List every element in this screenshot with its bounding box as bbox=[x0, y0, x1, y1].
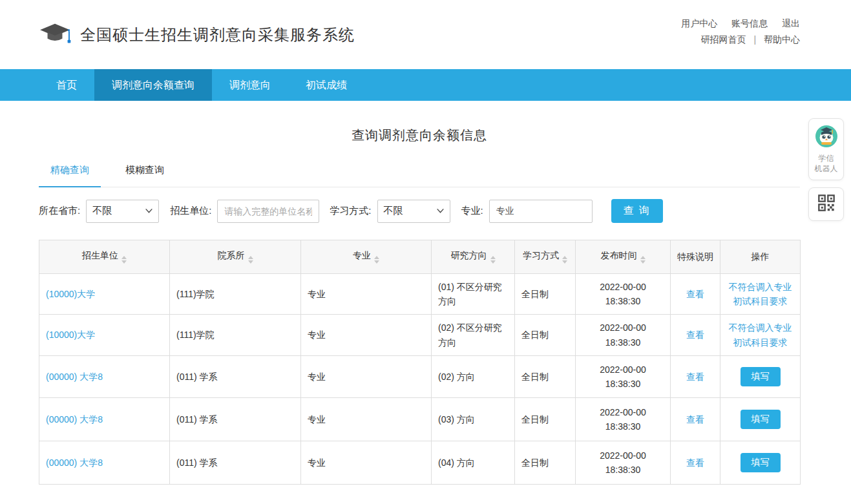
publish-time-cell: 2022-00-00 18:38:30 bbox=[576, 274, 671, 315]
publish-time-cell: 2022-00-00 18:38:30 bbox=[576, 398, 671, 441]
sort-icon[interactable] bbox=[562, 256, 567, 264]
xuexin-robot-avatar-icon bbox=[815, 125, 838, 151]
table-row: (10000)大学 (111)学院 专业 (01) 不区分研究方向 全日制 20… bbox=[39, 274, 801, 315]
table-row: (00000) 大学8 (011) 学系 专业 (03) 方向 全日制 2022… bbox=[39, 398, 801, 441]
department-cell: (011) 学系 bbox=[170, 356, 301, 398]
major-cell: 专业 bbox=[301, 356, 432, 398]
table-row: (00000) 大学8 (011) 学系 专业 (04) 方向 全日制 2022… bbox=[39, 441, 801, 485]
col-header-action: 操作 bbox=[720, 240, 801, 274]
link-help-center[interactable]: 帮助中心 bbox=[764, 34, 800, 45]
filter-bar: 所在省市: 不限 招生单位: 学习方式: 不限 专业: 查 询 bbox=[39, 199, 800, 223]
not-eligible-notice: 不符合调入专业初试科目要求 bbox=[727, 280, 793, 309]
study-mode-cell: 全日制 bbox=[515, 398, 576, 441]
link-logout[interactable]: 退出 bbox=[782, 18, 800, 28]
chevron-down-icon bbox=[437, 209, 444, 213]
top-header: 全国硕士生招生调剂意向采集服务系统 用户中心 账号信息 退出 研招网首页 | 帮… bbox=[0, 0, 851, 69]
fill-button[interactable]: 填写 bbox=[741, 367, 781, 386]
study-mode-cell: 全日制 bbox=[515, 356, 576, 398]
robot-widget-label: 学信 机器人 bbox=[815, 153, 838, 174]
link-user-center[interactable]: 用户中心 bbox=[681, 18, 717, 28]
nav-item-home[interactable]: 首页 bbox=[39, 69, 94, 101]
tab-exact-query[interactable]: 精确查询 bbox=[39, 164, 101, 187]
unit-link[interactable]: (00000) 大学8 bbox=[46, 372, 103, 382]
major-input[interactable] bbox=[489, 200, 593, 223]
study-mode-cell: 全日制 bbox=[515, 441, 576, 485]
col-header-major: 专业 bbox=[301, 240, 432, 274]
col-header-direction: 研究方向 bbox=[432, 240, 515, 274]
view-link[interactable]: 查看 bbox=[686, 330, 704, 340]
sort-icon[interactable] bbox=[121, 256, 127, 264]
table-row: (00000) 大学8 (011) 学系 专业 (02) 方向 全日制 2022… bbox=[39, 356, 801, 398]
qrcode-widget[interactable] bbox=[808, 187, 844, 221]
department-cell: (111)学院 bbox=[170, 274, 301, 315]
sort-icon[interactable] bbox=[248, 256, 253, 264]
direction-cell: (03) 方向 bbox=[432, 398, 515, 441]
unit-label: 招生单位: bbox=[170, 205, 211, 217]
query-tabs: 精确查询 模糊查询 bbox=[39, 164, 800, 187]
unit-link[interactable]: (00000) 大学8 bbox=[46, 414, 103, 425]
col-header-department: 院系所 bbox=[170, 240, 301, 274]
col-header-unit: 招生单位 bbox=[39, 240, 170, 274]
province-select-value: 不限 bbox=[92, 205, 112, 217]
province-label: 所在省市: bbox=[39, 205, 80, 217]
view-link[interactable]: 查看 bbox=[686, 372, 704, 382]
direction-cell: (02) 不区分研究方向 bbox=[432, 315, 515, 356]
direction-cell: (01) 不区分研究方向 bbox=[432, 274, 515, 315]
col-header-special-note: 特殊说明 bbox=[671, 240, 720, 274]
site-links: 研招网首页 | 帮助中心 bbox=[669, 32, 800, 48]
publish-time-cell: 2022-00-00 18:38:30 bbox=[576, 441, 671, 485]
fill-button[interactable]: 填写 bbox=[741, 410, 781, 429]
unit-input[interactable] bbox=[217, 200, 319, 223]
major-label: 专业: bbox=[461, 205, 483, 217]
col-header-study-mode: 学习方式 bbox=[515, 240, 576, 274]
sort-icon[interactable] bbox=[640, 256, 646, 264]
view-link[interactable]: 查看 bbox=[686, 414, 704, 425]
table-row: (10000)大学 (111)学院 专业 (02) 不区分研究方向 全日制 20… bbox=[39, 315, 801, 356]
major-cell: 专业 bbox=[301, 274, 432, 315]
unit-link[interactable]: (00000) 大学8 bbox=[46, 457, 103, 468]
department-cell: (111)学院 bbox=[170, 315, 301, 356]
links-separator: | bbox=[753, 34, 756, 45]
unit-link[interactable]: (10000)大学 bbox=[46, 330, 95, 340]
chevron-down-icon bbox=[145, 209, 152, 213]
view-link[interactable]: 查看 bbox=[686, 457, 704, 468]
department-cell: (011) 学系 bbox=[170, 398, 301, 441]
sort-icon[interactable] bbox=[490, 256, 496, 264]
major-cell: 专业 bbox=[301, 398, 432, 441]
study-mode-cell: 全日制 bbox=[515, 315, 576, 356]
major-cell: 专业 bbox=[301, 315, 432, 356]
province-select[interactable]: 不限 bbox=[86, 200, 159, 223]
study-mode-select-value: 不限 bbox=[384, 205, 403, 217]
table-header-row: 招生单位 院系所 专业 研究方向 学习方式 发布时间 特殊说明 操作 bbox=[39, 240, 801, 274]
brand: 全国硕士生招生调剂意向采集服务系统 bbox=[39, 21, 355, 48]
tab-fuzzy-query[interactable]: 模糊查询 bbox=[114, 164, 176, 187]
nav-item-intention[interactable]: 调剂意向 bbox=[212, 69, 288, 101]
direction-cell: (04) 方向 bbox=[432, 441, 515, 485]
xuexin-robot-widget[interactable]: 学信 机器人 bbox=[808, 118, 844, 180]
department-cell: (011) 学系 bbox=[170, 441, 301, 485]
publish-time-cell: 2022-00-00 18:38:30 bbox=[576, 356, 671, 398]
main-nav: 首页 调剂意向余额查询 调剂意向 初试成绩 bbox=[0, 69, 851, 101]
not-eligible-notice: 不符合调入专业初试科目要求 bbox=[727, 320, 793, 350]
unit-link[interactable]: (10000)大学 bbox=[46, 289, 95, 299]
study-mode-cell: 全日制 bbox=[515, 274, 576, 315]
link-yanzhao-home[interactable]: 研招网首页 bbox=[701, 34, 746, 45]
major-cell: 专业 bbox=[301, 441, 432, 485]
qr-code-icon bbox=[817, 194, 835, 215]
nav-item-exam-score[interactable]: 初试成绩 bbox=[288, 69, 364, 101]
nav-item-balance-query[interactable]: 调剂意向余额查询 bbox=[94, 69, 212, 101]
publish-time-cell: 2022-00-00 18:38:30 bbox=[576, 315, 671, 356]
side-widgets: 学信 机器人 bbox=[808, 118, 844, 228]
study-mode-label: 学习方式: bbox=[330, 205, 371, 217]
results-table: 招生单位 院系所 专业 研究方向 学习方式 发布时间 特殊说明 操作 (1000… bbox=[39, 240, 801, 485]
view-link[interactable]: 查看 bbox=[686, 289, 704, 299]
link-account-info[interactable]: 账号信息 bbox=[731, 18, 768, 28]
main-content: 查询调剂意向余额信息 精确查询 模糊查询 所在省市: 不限 招生单位: 学习方式… bbox=[39, 127, 800, 485]
sort-icon[interactable] bbox=[374, 256, 379, 264]
search-button[interactable]: 查 询 bbox=[611, 199, 663, 223]
page-title: 查询调剂意向余额信息 bbox=[39, 127, 800, 144]
study-mode-select[interactable]: 不限 bbox=[377, 200, 450, 223]
direction-cell: (02) 方向 bbox=[432, 356, 515, 398]
fill-button[interactable]: 填写 bbox=[741, 453, 781, 472]
app-title: 全国硕士生招生调剂意向采集服务系统 bbox=[80, 25, 355, 45]
